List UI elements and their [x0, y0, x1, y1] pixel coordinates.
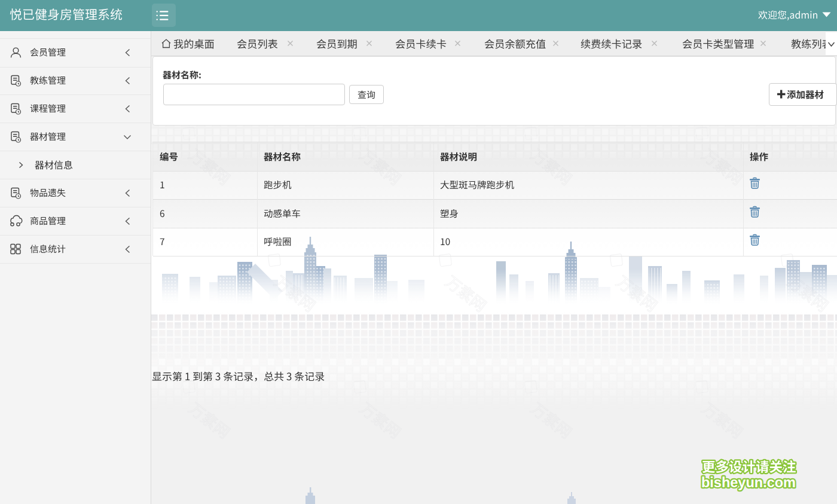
svg-text:bisheyun.com: bisheyun.com — [701, 475, 796, 490]
